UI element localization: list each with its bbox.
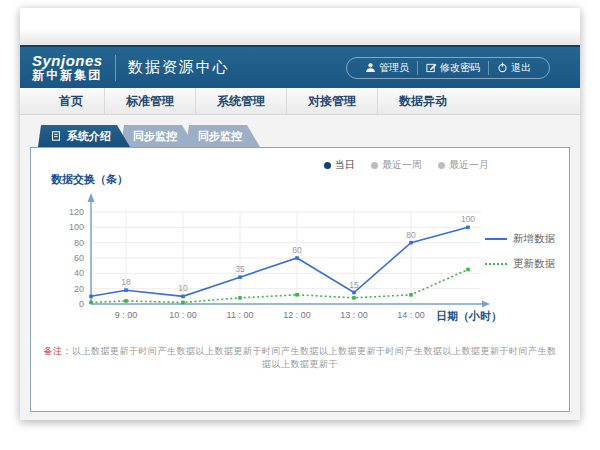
svg-text:0: 0 [79, 299, 84, 309]
nav-item-data-change[interactable]: 数据异动 [377, 88, 468, 114]
svg-text:60: 60 [74, 253, 84, 263]
svg-text:100: 100 [461, 214, 475, 224]
legend-item-updated-data[interactable]: 更新数据 [485, 257, 555, 271]
company-logo[interactable]: Synjones 新中新集团 [32, 53, 103, 81]
nav-item-home[interactable]: 首页 [38, 88, 104, 114]
legend-label: 新增数据 [513, 232, 555, 246]
content-area: 系统介绍 同步监控 同步监控 当日 最近一周 [20, 115, 580, 420]
tab-bar: 系统介绍 同步监控 同步监控 [30, 125, 570, 147]
svg-text:80: 80 [406, 230, 416, 240]
nav-item-standard-mgmt[interactable]: 标准管理 [104, 88, 195, 114]
chart-legend: 新增数据 更新数据 [485, 232, 555, 271]
svg-text:40: 40 [74, 268, 84, 278]
power-icon [497, 62, 508, 73]
footnote: 备注：以上数据更新于时间产生数据以上数据更新于时间产生数据以上数据更新于时间产生… [43, 345, 557, 371]
radio-dot-icon [438, 162, 445, 169]
svg-text:120: 120 [69, 207, 84, 217]
svg-text:100: 100 [69, 222, 84, 232]
tab-sync-monitor-1[interactable]: 同步监控 [121, 125, 195, 147]
svg-text:10: 10 [178, 283, 188, 293]
radio-last-month[interactable]: 最近一月 [438, 158, 489, 172]
change-password-button[interactable]: 修改密码 [417, 61, 488, 75]
tab-label: 同步监控 [198, 129, 242, 144]
svg-text:18: 18 [121, 277, 131, 287]
svg-text:80: 80 [74, 238, 84, 248]
svg-text:35: 35 [235, 264, 245, 274]
change-password-label: 修改密码 [440, 61, 480, 75]
header-divider [115, 55, 116, 81]
radio-label: 最近一周 [382, 158, 422, 172]
current-user-label: 管理员 [379, 61, 409, 75]
time-range-filter: 当日 最近一周 最近一月 [324, 158, 489, 172]
tab-label: 系统介绍 [67, 129, 111, 144]
legend-item-new-data[interactable]: 新增数据 [485, 232, 555, 246]
footnote-prefix: 备注： [44, 346, 73, 356]
svg-text:12 : 00: 12 : 00 [283, 310, 311, 320]
current-user-button[interactable]: 管理员 [357, 61, 417, 75]
main-nav: 首页 标准管理 系统管理 对接管理 数据异动 [20, 88, 580, 115]
line-chart: 0204060801001209 : 0010 : 0011 : 0012 : … [46, 192, 516, 326]
radio-dot-icon [324, 162, 331, 169]
tab-label: 同步监控 [133, 129, 177, 144]
page-top-strip [20, 8, 580, 45]
x-axis-title: 日期（小时） [436, 309, 502, 324]
header-bar: Synjones 新中新集团 数据资源中心 管理员 修改密码 [20, 45, 580, 88]
svg-text:13 : 00: 13 : 00 [340, 310, 368, 320]
radio-last-week[interactable]: 最近一周 [371, 158, 422, 172]
document-icon [51, 131, 62, 142]
svg-text:14 : 00: 14 : 00 [397, 310, 425, 320]
user-toolbar: 管理员 修改密码 退出 [346, 57, 550, 79]
logo-text-cn: 新中新集团 [32, 69, 103, 82]
solid-line-icon [485, 238, 507, 240]
logo-text-en: Synjones [32, 53, 103, 69]
user-icon [365, 62, 376, 73]
edit-icon [426, 62, 437, 73]
nav-item-system-mgmt[interactable]: 系统管理 [195, 88, 286, 114]
tab-system-intro[interactable]: 系统介绍 [38, 125, 130, 147]
logout-button[interactable]: 退出 [488, 61, 539, 75]
nav-item-connection-mgmt[interactable]: 对接管理 [286, 88, 377, 114]
radio-label: 最近一月 [449, 158, 489, 172]
svg-text:20: 20 [74, 284, 84, 294]
svg-text:15: 15 [349, 280, 359, 290]
svg-text:60: 60 [292, 245, 302, 255]
svg-text:11 : 00: 11 : 00 [227, 310, 254, 320]
chart-panel: 当日 最近一周 最近一月 数据交换（条） 0204060801001209 : … [30, 147, 570, 412]
radio-dot-icon [371, 162, 378, 169]
logout-label: 退出 [511, 61, 531, 75]
footnote-text: 以上数据更新于时间产生数据以上数据更新于时间产生数据以上数据更新于时间产生数据以… [72, 346, 557, 369]
dotted-line-icon [485, 263, 507, 265]
page-title: 数据资源中心 [128, 58, 230, 77]
legend-label: 更新数据 [513, 257, 555, 271]
svg-text:10 : 00: 10 : 00 [169, 310, 197, 320]
radio-label: 当日 [335, 158, 355, 172]
radio-today[interactable]: 当日 [324, 158, 355, 172]
svg-text:9 : 00: 9 : 00 [115, 310, 138, 320]
y-axis-title: 数据交换（条） [51, 172, 128, 187]
tab-sync-monitor-2[interactable]: 同步监控 [186, 125, 260, 147]
app-window: Synjones 新中新集团 数据资源中心 管理员 修改密码 [20, 8, 580, 420]
